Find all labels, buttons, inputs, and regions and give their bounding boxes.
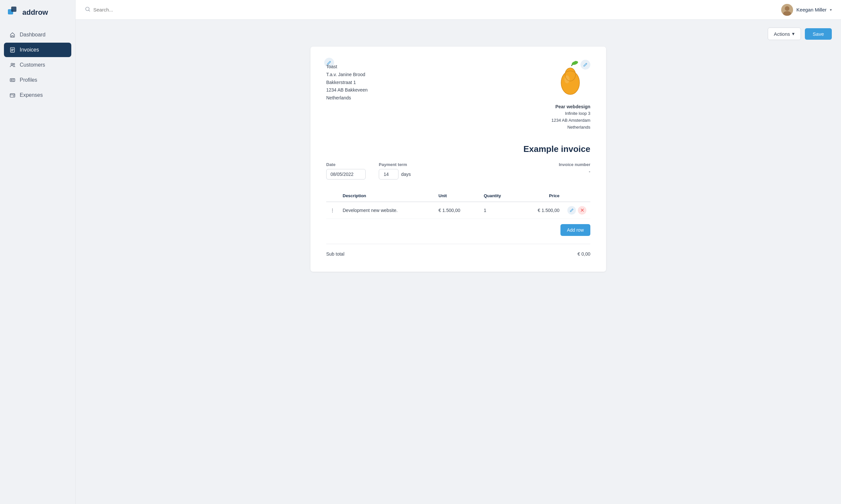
sidebar-item-dashboard-label: Dashboard xyxy=(20,32,45,38)
svg-rect-1 xyxy=(11,6,16,12)
col-unit: Unit xyxy=(435,190,480,202)
invoice-number-section: Invoice number - xyxy=(424,162,590,179)
logo-text: addrow xyxy=(22,8,48,17)
invoice-header: Toast T.a.v. Janine Brood Bakkerstraat 1… xyxy=(326,60,590,131)
delete-row-button[interactable] xyxy=(578,206,586,215)
days-label: days xyxy=(401,172,411,177)
topbar: Keegan Miller ▾ xyxy=(75,0,841,20)
wallet-icon xyxy=(9,92,16,98)
sidebar-item-customers-label: Customers xyxy=(20,62,45,68)
date-section: Date xyxy=(326,162,366,179)
client-name: Toast xyxy=(326,63,367,71)
col-quantity: Quantity xyxy=(480,190,518,202)
row-drag-handle[interactable]: ⋮ xyxy=(326,202,339,219)
svg-point-6 xyxy=(11,79,13,81)
edit-row-button[interactable] xyxy=(567,206,576,215)
invoice-title: Example invoice xyxy=(523,144,590,154)
client-city: 1234 AB Bakkeveen xyxy=(326,86,367,94)
svg-point-3 xyxy=(11,63,13,65)
search-input[interactable] xyxy=(93,7,216,13)
company-address2: 1234 AB Amsterdam xyxy=(551,117,590,124)
sidebar-item-dashboard[interactable]: Dashboard xyxy=(4,28,71,42)
row-actions-cell xyxy=(563,202,590,219)
chevron-down-icon: ▾ xyxy=(830,7,832,12)
table-row: ⋮ Development new website. € 1.500,00 1 … xyxy=(326,202,590,219)
sidebar-item-invoices[interactable]: Invoices xyxy=(4,43,71,57)
sidebar-item-invoices-label: Invoices xyxy=(20,47,39,53)
line-items-table: Description Unit Quantity Price ⋮ Develo… xyxy=(326,190,590,219)
date-input[interactable] xyxy=(326,169,366,179)
company-name: Pear webdesign xyxy=(551,103,590,110)
svg-point-8 xyxy=(13,95,14,96)
logo: addrow xyxy=(0,0,75,25)
save-label: Save xyxy=(813,31,824,37)
sidebar-nav: Dashboard Invoices Customers xyxy=(0,25,75,105)
col-actions xyxy=(563,190,590,202)
company-logo-section: Pear webdesign Infinite loop 3 1234 AB A… xyxy=(551,60,590,131)
table-header: Description Unit Quantity Price xyxy=(326,190,590,202)
sidebar-item-profiles[interactable]: Profiles xyxy=(4,73,71,87)
company-address1: Infinite loop 3 xyxy=(551,110,590,117)
edit-company-button[interactable] xyxy=(581,60,590,70)
actions-chevron-icon: ▾ xyxy=(792,31,795,37)
sidebar-item-expenses[interactable]: Expenses xyxy=(4,88,71,102)
col-price: Price xyxy=(518,190,563,202)
client-info-section: Toast T.a.v. Janine Brood Bakkerstraat 1… xyxy=(326,60,367,102)
row-unit: € 1.500,00 xyxy=(435,202,480,219)
add-row-label: Add row xyxy=(567,228,584,233)
row-description: Development new website. xyxy=(339,202,435,219)
sidebar: addrow Dashboard Invoices xyxy=(0,0,75,504)
home-icon xyxy=(9,32,16,38)
toolbar: Actions ▾ Save xyxy=(85,28,832,40)
main-area: Keegan Miller ▾ Actions ▾ Save xyxy=(75,0,841,504)
client-street: Bakkerstraat 1 xyxy=(326,79,367,87)
avatar xyxy=(781,4,793,16)
svg-point-4 xyxy=(13,63,15,65)
id-card-icon xyxy=(9,77,16,83)
sidebar-item-customers[interactable]: Customers xyxy=(4,58,71,72)
users-icon xyxy=(9,62,16,68)
payment-term-section: Payment term days xyxy=(379,162,411,179)
actions-button[interactable]: Actions ▾ xyxy=(768,28,801,40)
invoice-card: Toast T.a.v. Janine Brood Bakkerstraat 1… xyxy=(310,47,606,272)
date-label: Date xyxy=(326,162,366,167)
row-actions xyxy=(567,206,586,215)
sidebar-item-expenses-label: Expenses xyxy=(20,92,43,98)
invoice-meta: Date Payment term days Invoice number - xyxy=(326,162,590,179)
col-description: Description xyxy=(339,190,435,202)
subtotal-label: Sub total xyxy=(326,251,344,257)
svg-point-11 xyxy=(785,6,789,11)
actions-label: Actions xyxy=(774,31,790,37)
table-body: ⋮ Development new website. € 1.500,00 1 … xyxy=(326,202,590,219)
search-container xyxy=(85,6,216,14)
invoice-number-value: - xyxy=(424,169,590,174)
col-drag xyxy=(326,190,339,202)
company-info: Pear webdesign Infinite loop 3 1234 AB A… xyxy=(551,103,590,131)
svg-rect-7 xyxy=(10,94,15,97)
client-country: Netherlands xyxy=(326,94,367,102)
content: Actions ▾ Save Toast xyxy=(75,20,841,504)
invoice-title-row: Example invoice xyxy=(326,144,590,154)
payment-term-label: Payment term xyxy=(379,162,411,167)
subtotal-value: € 0,00 xyxy=(578,251,590,257)
sidebar-item-profiles-label: Profiles xyxy=(20,77,37,83)
totals-section: Sub total € 0,00 xyxy=(326,244,590,258)
user-name: Keegan Miller xyxy=(796,7,826,13)
company-country: Netherlands xyxy=(551,124,590,131)
row-price: € 1.500,00 xyxy=(518,202,563,219)
invoice-number-label: Invoice number xyxy=(424,162,590,167)
document-icon xyxy=(9,47,16,53)
topbar-right: Keegan Miller ▾ xyxy=(781,4,832,16)
row-quantity: 1 xyxy=(480,202,518,219)
payment-days-input[interactable] xyxy=(379,169,398,179)
add-row-section: Add row xyxy=(326,224,590,236)
search-icon xyxy=(85,6,91,14)
subtotal-row: Sub total € 0,00 xyxy=(326,249,590,258)
save-button[interactable]: Save xyxy=(805,28,832,40)
add-row-button[interactable]: Add row xyxy=(561,224,590,236)
client-info: Toast T.a.v. Janine Brood Bakkerstraat 1… xyxy=(326,63,367,102)
logo-icon xyxy=(8,6,20,18)
payment-term-wrap: days xyxy=(379,169,411,179)
client-attn: T.a.v. Janine Brood xyxy=(326,71,367,79)
